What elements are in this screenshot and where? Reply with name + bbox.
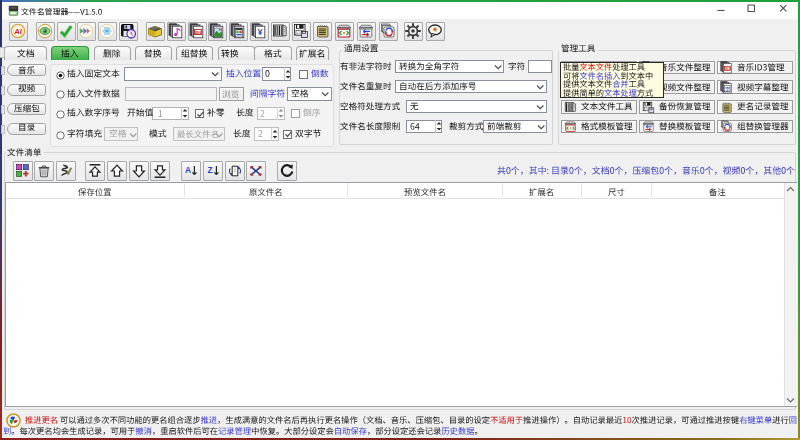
svg-text:¥: ¥	[258, 27, 263, 37]
svg-text:ID3: ID3	[724, 67, 730, 71]
svg-text:A: A	[185, 165, 191, 175]
svg-text:ID3: ID3	[194, 30, 201, 35]
svg-text:Z: Z	[207, 165, 212, 175]
svg-text:AI: AI	[13, 27, 22, 36]
